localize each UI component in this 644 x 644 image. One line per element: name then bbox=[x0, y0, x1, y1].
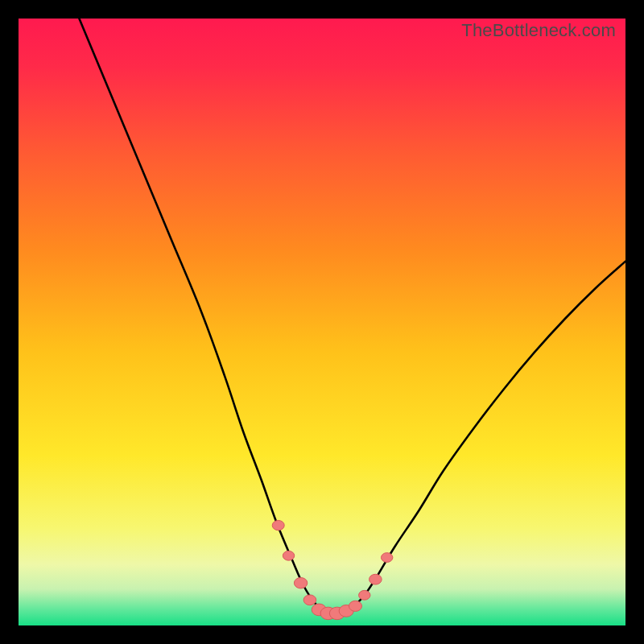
highlight-marker bbox=[369, 574, 382, 584]
plot-area: TheBottleneck.com bbox=[19, 19, 625, 625]
highlight-marker bbox=[272, 520, 284, 530]
watermark-text: TheBottleneck.com bbox=[461, 20, 616, 41]
highlight-marker bbox=[359, 590, 370, 600]
highlight-marker bbox=[303, 595, 316, 605]
highlight-marker bbox=[283, 551, 294, 560]
highlight-marker bbox=[294, 578, 307, 588]
frame: TheBottleneck.com bbox=[0, 0, 644, 644]
gradient-background bbox=[19, 19, 625, 625]
highlight-marker bbox=[381, 553, 392, 563]
bottleneck-chart bbox=[19, 19, 625, 625]
highlight-marker bbox=[349, 601, 361, 611]
